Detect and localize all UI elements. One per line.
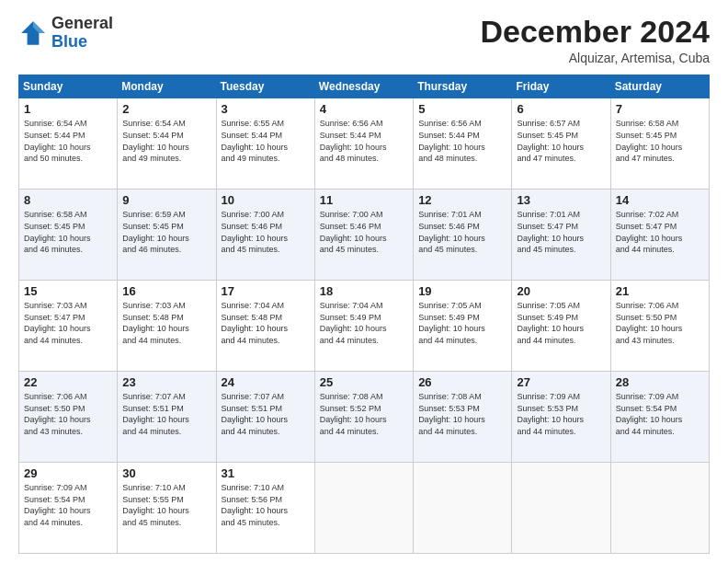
cell-line: Sunset: 5:48 PM xyxy=(122,312,210,324)
cell-line: Sunrise: 7:08 AM xyxy=(418,391,506,403)
table-cell: 25Sunrise: 7:08 AMSunset: 5:52 PMDayligh… xyxy=(314,372,413,463)
table-cell: 15Sunrise: 7:03 AMSunset: 5:47 PMDayligh… xyxy=(19,281,118,372)
page: General Blue December 2024 Alquizar, Art… xyxy=(0,0,728,563)
cell-line: Sunrise: 7:03 AM xyxy=(24,300,112,312)
day-number: 27 xyxy=(517,375,605,389)
cell-line: Sunrise: 7:10 AM xyxy=(122,482,210,494)
cell-line: and 48 minutes. xyxy=(418,153,506,165)
cell-line: Daylight: 10 hours xyxy=(418,233,506,245)
cell-line: Sunset: 5:47 PM xyxy=(616,221,704,233)
cell-content: Sunrise: 7:08 AMSunset: 5:53 PMDaylight:… xyxy=(418,391,506,437)
cell-line: and 49 minutes. xyxy=(222,153,310,165)
cell-line: and 45 minutes. xyxy=(222,517,310,529)
cell-line: Sunset: 5:49 PM xyxy=(418,312,506,324)
table-cell: 19Sunrise: 7:05 AMSunset: 5:49 PMDayligh… xyxy=(414,281,512,372)
table-cell: 8Sunrise: 6:58 AMSunset: 5:45 PMDaylight… xyxy=(19,190,118,281)
cell-content: Sunrise: 6:57 AMSunset: 5:45 PMDaylight:… xyxy=(517,118,605,164)
day-number: 13 xyxy=(517,193,605,207)
cell-line: Sunset: 5:55 PM xyxy=(122,494,210,506)
cell-line: Daylight: 10 hours xyxy=(24,414,112,426)
col-sunday: Sunday xyxy=(19,75,118,98)
location: Alquizar, Artemisa, Cuba xyxy=(480,51,710,65)
table-cell: 11Sunrise: 7:00 AMSunset: 5:46 PMDayligh… xyxy=(314,190,413,281)
cell-line: and 44 minutes. xyxy=(418,335,506,347)
cell-line: Sunset: 5:54 PM xyxy=(24,494,112,506)
cell-line: Daylight: 10 hours xyxy=(616,142,704,154)
table-cell: 20Sunrise: 7:05 AMSunset: 5:49 PMDayligh… xyxy=(512,281,610,372)
cell-line: Sunset: 5:47 PM xyxy=(24,312,112,324)
day-number: 4 xyxy=(320,102,408,116)
cell-line: Daylight: 10 hours xyxy=(418,142,506,154)
cell-line: Sunrise: 6:58 AM xyxy=(24,209,112,221)
cell-line: Daylight: 10 hours xyxy=(517,414,605,426)
day-number: 3 xyxy=(222,102,310,116)
cell-line: Daylight: 10 hours xyxy=(517,233,605,245)
cell-line: and 44 minutes. xyxy=(418,426,506,438)
cell-line: and 44 minutes. xyxy=(517,335,605,347)
table-cell: 21Sunrise: 7:06 AMSunset: 5:50 PMDayligh… xyxy=(610,281,709,372)
logo-general: General xyxy=(51,14,113,32)
cell-line: Sunset: 5:56 PM xyxy=(222,494,310,506)
cell-content: Sunrise: 7:04 AMSunset: 5:49 PMDaylight:… xyxy=(320,300,408,346)
cell-line: Sunset: 5:46 PM xyxy=(320,221,408,233)
cell-line: Daylight: 10 hours xyxy=(320,233,408,245)
table-cell: 12Sunrise: 7:01 AMSunset: 5:46 PMDayligh… xyxy=(414,190,512,281)
cell-line: Sunset: 5:44 PM xyxy=(122,130,210,142)
cell-line: Sunset: 5:48 PM xyxy=(222,312,310,324)
cell-line: Sunrise: 7:09 AM xyxy=(517,391,605,403)
day-number: 22 xyxy=(24,375,112,389)
cell-content: Sunrise: 7:09 AMSunset: 5:54 PMDaylight:… xyxy=(616,391,704,437)
cell-line: Sunset: 5:47 PM xyxy=(517,221,605,233)
table-cell xyxy=(610,463,709,554)
cell-line: and 45 minutes. xyxy=(517,244,605,256)
cell-line: Sunset: 5:50 PM xyxy=(616,312,704,324)
cell-line: Sunrise: 6:54 AM xyxy=(122,118,210,130)
cell-line: and 44 minutes. xyxy=(616,244,704,256)
day-number: 6 xyxy=(517,102,605,116)
cell-line: Sunset: 5:53 PM xyxy=(517,403,605,415)
cell-line: and 45 minutes. xyxy=(320,244,408,256)
cell-line: Sunset: 5:49 PM xyxy=(320,312,408,324)
cell-content: Sunrise: 7:07 AMSunset: 5:51 PMDaylight:… xyxy=(122,391,210,437)
col-tuesday: Tuesday xyxy=(216,75,314,98)
cell-line: Daylight: 10 hours xyxy=(122,233,210,245)
cell-line: and 44 minutes. xyxy=(320,426,408,438)
cell-line: Daylight: 10 hours xyxy=(320,414,408,426)
cell-content: Sunrise: 6:58 AMSunset: 5:45 PMDaylight:… xyxy=(24,209,112,255)
cell-line: and 44 minutes. xyxy=(24,335,112,347)
cell-content: Sunrise: 7:00 AMSunset: 5:46 PMDaylight:… xyxy=(222,209,310,255)
cell-content: Sunrise: 7:07 AMSunset: 5:51 PMDaylight:… xyxy=(222,391,310,437)
day-number: 25 xyxy=(320,375,408,389)
cell-content: Sunrise: 7:05 AMSunset: 5:49 PMDaylight:… xyxy=(418,300,506,346)
cell-line: and 44 minutes. xyxy=(616,426,704,438)
cell-line: Sunset: 5:50 PM xyxy=(24,403,112,415)
cell-line: Daylight: 10 hours xyxy=(320,323,408,335)
cell-line: Sunset: 5:49 PM xyxy=(517,312,605,324)
cell-line: Daylight: 10 hours xyxy=(222,142,310,154)
cell-line: Sunrise: 7:10 AM xyxy=(222,482,310,494)
col-monday: Monday xyxy=(118,75,216,98)
cell-line: Sunset: 5:44 PM xyxy=(320,130,408,142)
col-thursday: Thursday xyxy=(414,75,512,98)
cell-line: and 50 minutes. xyxy=(24,153,112,165)
cell-content: Sunrise: 7:10 AMSunset: 5:55 PMDaylight:… xyxy=(122,482,210,528)
cell-content: Sunrise: 7:05 AMSunset: 5:49 PMDaylight:… xyxy=(517,300,605,346)
table-cell: 18Sunrise: 7:04 AMSunset: 5:49 PMDayligh… xyxy=(314,281,413,372)
day-number: 18 xyxy=(320,284,408,298)
cell-line: Sunrise: 7:01 AM xyxy=(418,209,506,221)
calendar: Sunday Monday Tuesday Wednesday Thursday… xyxy=(18,75,710,554)
cell-line: and 44 minutes. xyxy=(24,517,112,529)
cell-line: Sunrise: 7:08 AM xyxy=(320,391,408,403)
day-number: 24 xyxy=(222,375,310,389)
cell-line: and 45 minutes. xyxy=(122,517,210,529)
day-number: 26 xyxy=(418,375,506,389)
cell-line: Daylight: 10 hours xyxy=(122,142,210,154)
cell-content: Sunrise: 6:56 AMSunset: 5:44 PMDaylight:… xyxy=(320,118,408,164)
day-number: 16 xyxy=(122,284,210,298)
day-number: 2 xyxy=(122,102,210,116)
cell-content: Sunrise: 7:06 AMSunset: 5:50 PMDaylight:… xyxy=(616,300,704,346)
cell-line: Sunset: 5:44 PM xyxy=(418,130,506,142)
table-cell: 30Sunrise: 7:10 AMSunset: 5:55 PMDayligh… xyxy=(118,463,216,554)
cell-line: Sunrise: 7:01 AM xyxy=(517,209,605,221)
cell-content: Sunrise: 7:09 AMSunset: 5:53 PMDaylight:… xyxy=(517,391,605,437)
